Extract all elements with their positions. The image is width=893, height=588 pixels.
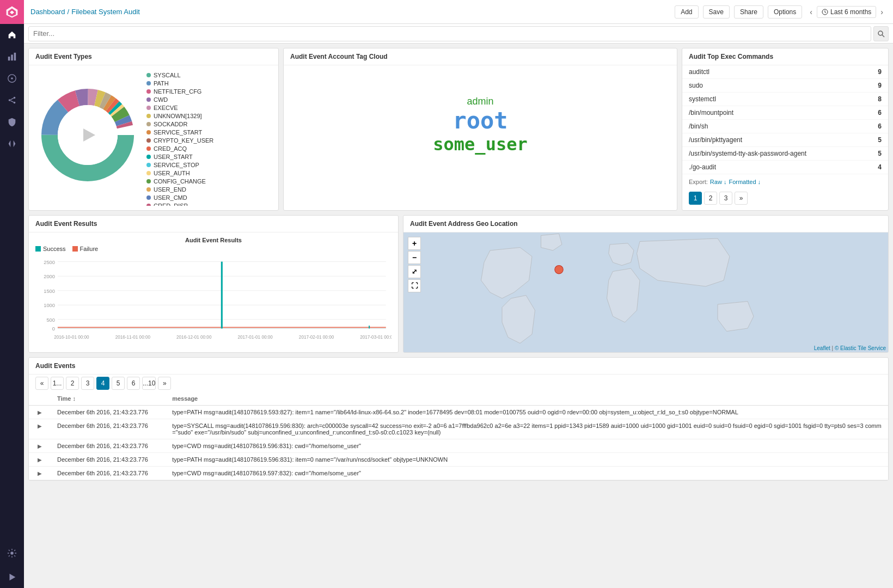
legend-item-cwd[interactable]: CWD [146,96,270,103]
col-time[interactable]: Time ↕ [51,392,166,406]
events-pagination: « 1... 2 3 4 5 6 ...10 » [29,375,888,392]
svg-text:2017-01-01 00:00: 2017-01-01 00:00 [237,335,273,340]
graph-nav[interactable] [0,89,24,111]
legend-item-user-start[interactable]: USER_START [146,154,270,160]
exec-pagination: 1 2 3 » [682,189,888,209]
message-cell: type=CWD msg=audit(1481078619.596:831): … [166,439,888,453]
legend-item-service-stop[interactable]: SERVICE_STOP [146,162,270,168]
legend-item-syscall[interactable]: SYSCALL [146,72,270,78]
tag-root[interactable]: root [452,107,507,134]
exec-row[interactable]: /usr/bin/pkttyagent5 [682,133,888,147]
time-cell: December 6th 2016, 21:43:23.776 [51,439,166,453]
page-next-btn[interactable]: » [735,192,748,205]
time-nav: ‹ Last 6 months › [806,6,886,18]
exec-row[interactable]: ./go-audit4 [682,161,888,174]
elastic-tile-link[interactable]: © Elastic Tile Service [835,345,886,351]
legend-item-user-auth[interactable]: USER_AUTH [146,170,270,176]
legend-item-config-change[interactable]: CONFIG_CHANGE [146,178,270,185]
exec-row[interactable]: systemctl8 [682,93,888,106]
events-page-5[interactable]: 5 [112,377,125,390]
page-1-btn[interactable]: 1 [689,192,702,205]
legend-item-unknown-1329-[interactable]: UNKNOWN[1329] [146,113,270,119]
filter-search-button[interactable] [873,26,889,41]
map-attribution: Leaflet | © Elastic Tile Service [814,345,886,351]
success-label: Success [43,246,66,252]
next-time-button[interactable]: › [877,7,886,17]
events-page-10[interactable]: ...10 [142,377,156,390]
exec-row[interactable]: /bin/mountpoint6 [682,106,888,120]
expand-btn[interactable]: ▶ [35,443,44,449]
table-row: ▶ December 6th 2016, 21:43:23.776 type=C… [29,439,888,453]
app-logo[interactable] [0,0,24,24]
time-cell: December 6th 2016, 21:43:23.776 [51,406,166,419]
raw-export-link[interactable]: Raw ↓ [710,179,727,185]
events-page-6[interactable]: 6 [127,377,140,390]
settings-nav[interactable] [0,542,24,564]
events-first-btn[interactable]: « [35,377,48,390]
topbar: Dashboard / Filebeat System Audit Add Sa… [24,0,893,24]
options-button[interactable]: Options [768,5,802,19]
tag-admin[interactable]: admin [467,96,493,107]
time-cell: December 6th 2016, 21:43:23.776 [51,467,166,480]
formatted-export-link[interactable]: Formatted ↓ [729,179,761,185]
exec-row[interactable]: sudo9 [682,79,888,93]
dev-tools-nav[interactable] [0,133,24,155]
expand-btn[interactable]: ▶ [35,409,44,415]
expand-btn[interactable]: ▶ [35,470,44,476]
exec-row[interactable]: /bin/sh6 [682,120,888,133]
failure-color [72,246,78,252]
map-reset[interactable]: ⤢ [408,265,421,278]
events-next-btn[interactable]: » [158,377,171,390]
map-zoom-out[interactable]: − [408,251,421,264]
breadcrumb-separator: / [68,8,70,16]
tag-some-user[interactable]: some_user [433,134,527,155]
events-page-4[interactable]: 4 [96,377,109,390]
home-nav[interactable] [0,24,24,46]
col-message[interactable]: message [166,392,888,406]
events-page-2[interactable]: 2 [66,377,79,390]
svg-point-10 [14,102,16,104]
expand-btn[interactable]: ▶ [35,457,44,463]
audit-results-panel: Audit Event Results Audit Event Results … [28,215,399,353]
expand-btn[interactable]: ▶ [35,423,44,429]
message-cell: type=PATH msg=audit(1481078619.593:827):… [166,406,888,419]
events-page-3[interactable]: 3 [81,377,94,390]
export-label: Export: [689,179,708,185]
play-nav[interactable] [0,566,24,588]
map-zoom-in[interactable]: + [408,237,421,250]
legend-item-user-cmd[interactable]: USER_CMD [146,194,270,201]
time-range-picker[interactable]: Last 6 months [817,6,876,18]
table-row: ▶ December 6th 2016, 21:43:23.776 type=C… [29,467,888,480]
svg-text:2000: 2000 [44,274,54,279]
main-content: Dashboard / Filebeat System Audit Add Sa… [24,0,893,588]
legend-item-execve[interactable]: EXECVE [146,105,270,111]
page-2-btn[interactable]: 2 [704,192,717,205]
breadcrumb-parent[interactable]: Dashboard [30,8,65,16]
discover-nav[interactable] [0,68,24,89]
chart-area: Audit Event Results Success Failure [29,232,398,352]
share-button[interactable]: Share [734,5,763,19]
add-button[interactable]: Add [675,5,698,19]
legend-item-sockaddr[interactable]: SOCKADDR [146,121,270,127]
map-fullscreen[interactable]: ⛶ [408,279,421,292]
svg-text:2017-03-01 00:00: 2017-03-01 00:00 [360,335,392,340]
legend-item-netfilter-cfg[interactable]: NETFILTER_CFG [146,88,270,95]
legend-item-cred-acq[interactable]: CRED_ACQ [146,145,270,152]
page-3-btn[interactable]: 3 [719,192,732,205]
legend-item-cred-disp[interactable]: CRED_DISP [146,203,270,206]
shield-nav[interactable] [0,111,24,133]
filter-input[interactable] [28,26,871,41]
legend-item-path[interactable]: PATH [146,80,270,87]
events-page-1[interactable]: 1... [51,377,64,390]
save-button[interactable]: Save [703,5,730,19]
legend-item-crypto-key-user[interactable]: CRYPTO_KEY_USER [146,137,270,144]
exec-row[interactable]: /usr/bin/systemd-tty-ask-password-agent5 [682,147,888,161]
legend-item-service-start[interactable]: SERVICE_START [146,129,270,136]
prev-time-button[interactable]: ‹ [806,7,816,17]
exec-row[interactable]: auditctl9 [682,65,888,79]
legend-item-user-end[interactable]: USER_END [146,186,270,193]
table-row: ▶ December 6th 2016, 21:43:23.776 type=P… [29,406,888,419]
top-row: Audit Event Types [28,48,889,211]
leaflet-link[interactable]: Leaflet [814,345,830,351]
chart-nav[interactable] [0,46,24,68]
